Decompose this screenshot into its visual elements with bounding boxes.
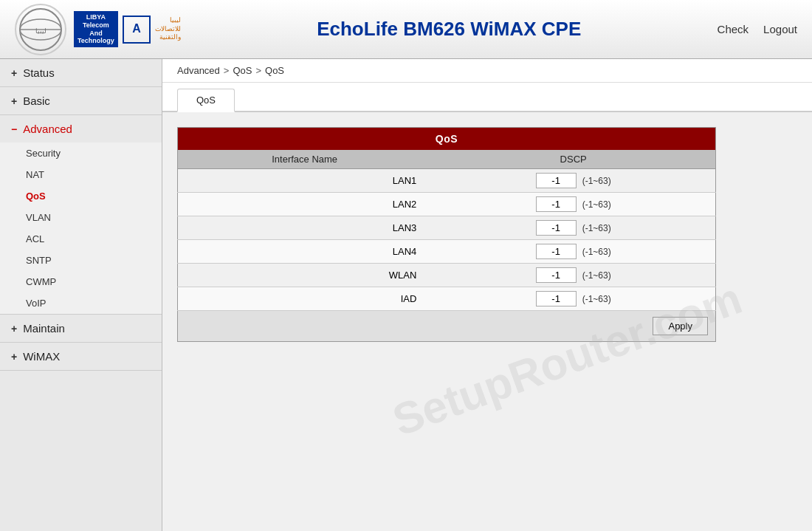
dscp-cell-wlan: (-1~63) [431, 264, 715, 287]
dscp-range-iad: (-1~63) [582, 294, 611, 304]
interface-name-lan3: LAN3 [178, 216, 432, 240]
apply-row: Apply [178, 311, 716, 342]
page-title: EchoLife BM626 WiMAX CPE [181, 18, 718, 41]
logo-bar: LIBYATelecomAndTechnology A ليبياللاتصال… [74, 11, 181, 47]
table-area: SetupRouter.com QoS Interface Name DSCP … [162, 112, 812, 357]
logo-area: ليبيا LIBYATelecomAndTechnology A ليبيال… [15, 4, 181, 55]
sidebar-sub-item-security[interactable]: Security [0, 143, 162, 164]
check-link[interactable]: Check [718, 23, 749, 35]
table-row: LAN1(-1~63) [178, 169, 716, 193]
main-layout: +Status+Basic−AdvancedSecurityNATQoSVLAN… [0, 59, 812, 531]
breadcrumb-part-1[interactable]: QoS [233, 65, 252, 76]
sidebar-sub-item-voip[interactable]: VoIP [0, 292, 162, 314]
sidebar-sub-item-vlan[interactable]: VLAN [0, 207, 162, 228]
dscp-cell-lan3: (-1~63) [431, 216, 715, 240]
sidebar-sub-item-qos[interactable]: QoS [0, 185, 162, 207]
sidebar-section-maintain: +Maintain [0, 315, 162, 343]
breadcrumb-sep-1: > [255, 65, 261, 76]
sidebar-section-status: +Status [0, 59, 162, 87]
sidebar-item-advanced[interactable]: −Advanced [0, 115, 162, 143]
interface-name-lan2: LAN2 [178, 193, 432, 216]
interface-name-wlan: WLAN [178, 264, 432, 287]
dscp-range-lan2: (-1~63) [582, 199, 611, 210]
sidebar-sub-item-nat[interactable]: NAT [0, 164, 162, 185]
interface-name-lan4: LAN4 [178, 240, 432, 264]
tab-qos[interactable]: QoS [177, 89, 235, 112]
qos-table: QoS Interface Name DSCP LAN1(-1~63)LAN2(… [177, 127, 716, 342]
arabic-logo-text: ليبياللاتصالاتوالتقنية [155, 16, 181, 42]
table-row: LAN4(-1~63) [178, 240, 716, 264]
logout-link[interactable]: Logout [763, 23, 797, 35]
dscp-input-lan4[interactable] [536, 244, 577, 259]
dscp-cell-lan1: (-1~63) [431, 169, 715, 193]
table-row: LAN3(-1~63) [178, 216, 716, 240]
dscp-input-wlan[interactable] [536, 267, 577, 283]
content-area: Advanced > QoS > QoS QoS SetupRouter.com… [162, 59, 812, 531]
sidebar: +Status+Basic−AdvancedSecurityNATQoSVLAN… [0, 59, 162, 531]
tabs-bar: QoS [162, 83, 812, 112]
sidebar-sub-item-acl[interactable]: ACL [0, 228, 162, 250]
logo-circle: ليبيا [15, 4, 66, 55]
plus-icon: + [11, 323, 17, 335]
breadcrumb-part-0[interactable]: Advanced [177, 65, 220, 76]
dscp-cell-lan2: (-1~63) [431, 193, 715, 216]
dscp-input-lan3[interactable] [536, 220, 577, 236]
dscp-input-lan1[interactable] [536, 173, 577, 188]
dscp-range-wlan: (-1~63) [582, 270, 611, 281]
dscp-input-lan2[interactable] [536, 196, 577, 212]
libya-telecom-logo: LIBYATelecomAndTechnology [74, 11, 118, 47]
interface-name-iad: IAD [178, 287, 432, 311]
col-interface-header: Interface Name [178, 150, 432, 169]
header-actions: Check Logout [718, 23, 797, 35]
svg-text:A: A [132, 22, 141, 35]
dscp-range-lan4: (-1~63) [582, 247, 611, 257]
header: ليبيا LIBYATelecomAndTechnology A ليبيال… [0, 0, 812, 59]
plus-icon: + [11, 95, 17, 107]
sidebar-item-status[interactable]: +Status [0, 59, 162, 86]
sidebar-item-wimax[interactable]: +WiMAX [0, 343, 162, 370]
interface-name-lan1: LAN1 [178, 169, 432, 193]
table-row: LAN2(-1~63) [178, 193, 716, 216]
sidebar-item-basic[interactable]: +Basic [0, 87, 162, 114]
col-dscp-header: DSCP [431, 150, 715, 169]
sidebar-label-basic: Basic [23, 95, 50, 107]
plus-icon: + [11, 67, 17, 79]
sidebar-label-advanced: Advanced [23, 123, 72, 135]
plus-icon: + [11, 351, 17, 363]
dscp-range-lan1: (-1~63) [582, 176, 611, 186]
dscp-input-iad[interactable] [536, 291, 577, 306]
minus-icon: − [11, 123, 17, 135]
sidebar-section-wimax: +WiMAX [0, 343, 162, 371]
dscp-cell-iad: (-1~63) [431, 287, 715, 311]
sidebar-item-maintain[interactable]: +Maintain [0, 315, 162, 342]
dscp-range-lan3: (-1~63) [582, 223, 611, 233]
breadcrumb-part-2[interactable]: QoS [265, 65, 284, 76]
breadcrumb-sep-0: > [224, 65, 230, 76]
breadcrumb-area: Advanced > QoS > QoS [162, 59, 812, 83]
sidebar-section-advanced: −AdvancedSecurityNATQoSVLANACLSNTPCWMPVo… [0, 115, 162, 315]
sidebar-sub-advanced: SecurityNATQoSVLANACLSNTPCWMPVoIP [0, 143, 162, 314]
ltt-logo-icon: A [122, 15, 151, 44]
table-row: WLAN(-1~63) [178, 264, 716, 287]
sidebar-label-maintain: Maintain [23, 322, 65, 335]
sidebar-section-basic: +Basic [0, 87, 162, 115]
apply-button[interactable]: Apply [653, 317, 708, 335]
sidebar-label-status: Status [23, 66, 55, 79]
qos-table-title: QoS [178, 128, 716, 151]
table-row: IAD(-1~63) [178, 287, 716, 311]
dscp-cell-lan4: (-1~63) [431, 240, 715, 264]
sidebar-sub-item-sntp[interactable]: SNTP [0, 250, 162, 271]
qos-col-header-row: Interface Name DSCP [178, 150, 716, 169]
svg-text:ليبيا: ليبيا [35, 27, 47, 35]
qos-table-title-row: QoS [178, 128, 716, 151]
sidebar-sub-item-cwmp[interactable]: CWMP [0, 271, 162, 292]
breadcrumb: Advanced > QoS > QoS [177, 65, 797, 76]
sidebar-label-wimax: WiMAX [23, 350, 60, 363]
